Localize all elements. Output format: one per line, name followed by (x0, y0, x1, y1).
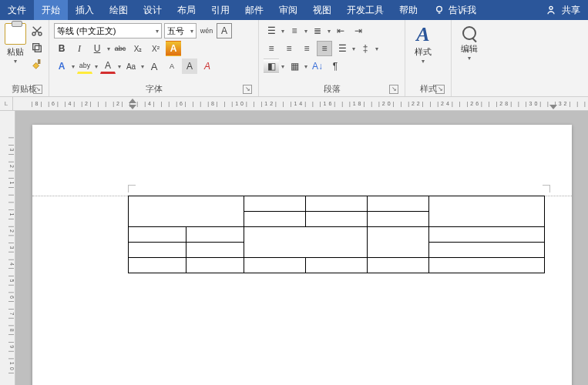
tab-references[interactable]: 引用 (203, 0, 237, 20)
svg-rect-8 (33, 44, 39, 50)
sort-button[interactable]: A↓ (310, 59, 325, 74)
phonetic-guide-button[interactable]: wén (199, 23, 214, 38)
vertical-ruler[interactable]: | |3| |2| |1| | | |1| |2| |3| |4| |5| |6… (0, 111, 15, 385)
group-editing: 编辑 ▾ (452, 20, 495, 96)
hruler-ticks: |8| |6| |4| |2| | | |2| | | |4| | | |6| … (32, 101, 588, 106)
search-icon (462, 26, 476, 40)
font-name-combo[interactable]: 等线 (中文正文)▾ (54, 23, 162, 38)
share-label: 共享 (562, 4, 580, 17)
group-label-font: 字体↘ (54, 82, 254, 95)
text-effects-button[interactable]: A (166, 41, 181, 56)
italic-button[interactable]: I (72, 41, 87, 56)
svg-rect-7 (35, 45, 41, 52)
tab-help[interactable]: 帮助 (391, 0, 425, 20)
paste-button[interactable]: 粘贴 ▾ (5, 23, 26, 82)
format-painter-button[interactable] (29, 57, 45, 72)
document-canvas[interactable] (15, 111, 588, 385)
styles-label: 样式 (415, 46, 432, 58)
tab-draw[interactable]: 绘图 (102, 0, 136, 20)
shading-button[interactable]: ◧ (264, 59, 279, 74)
superscript-button[interactable]: X² (148, 41, 163, 56)
text-effects2-button[interactable]: A (54, 59, 69, 74)
paragraph-launcher[interactable]: ↘ (389, 85, 398, 94)
tab-mail[interactable]: 邮件 (237, 0, 271, 20)
first-line-indent-icon[interactable] (129, 99, 136, 103)
person-icon (545, 4, 557, 16)
svg-rect-9 (38, 59, 40, 63)
styles-button[interactable]: A 样式 ▾ (410, 23, 436, 82)
group-label-editing (456, 82, 490, 95)
horizontal-ruler[interactable]: |8| |6| |4| |2| | | |2| | | |4| | | |6| … (13, 97, 588, 111)
group-font: 等线 (中文正文)▾ 五号▾ wén A B I U ▾ abc X₂ X² A… (49, 20, 259, 96)
svg-point-0 (437, 6, 442, 12)
cut-button[interactable] (29, 23, 45, 38)
line-spacing-button[interactable]: ‡ (358, 41, 373, 56)
tab-review[interactable]: 审阅 (271, 0, 305, 20)
borders-button[interactable]: ▦ (287, 59, 302, 74)
chevron-down-icon: ▾ (422, 58, 425, 65)
subscript-button[interactable]: X₂ (130, 41, 146, 56)
change-case-button[interactable]: Aa (123, 59, 139, 74)
group-label-styles: 样式↘ (410, 82, 446, 95)
char-border-button[interactable]: A (217, 23, 232, 38)
editing-button[interactable]: 编辑 ▾ (456, 23, 482, 82)
clear-format-button[interactable]: A (200, 59, 215, 74)
page[interactable] (32, 125, 572, 385)
table-row[interactable] (128, 227, 544, 243)
align-left-button[interactable]: ≡ (264, 41, 279, 56)
underline-button[interactable]: U (89, 41, 105, 56)
grow-font-button[interactable]: A (146, 59, 162, 74)
strike-button[interactable]: abc (113, 41, 128, 56)
table-row[interactable] (128, 258, 544, 273)
decrease-indent-button[interactable]: ⇤ (333, 23, 348, 38)
margin-corner-tr-icon (543, 185, 550, 192)
document-table[interactable] (128, 196, 545, 273)
show-marks-button[interactable]: ¶ (328, 59, 343, 74)
distribute-button[interactable]: ☰ (334, 41, 350, 56)
copy-icon (31, 42, 43, 54)
tell-me[interactable]: 告诉我 (425, 0, 484, 20)
justify-button[interactable]: ≡ (317, 41, 332, 56)
tab-insert[interactable]: 插入 (68, 0, 102, 20)
ruler-corner[interactable]: L (0, 97, 13, 111)
tab-developer[interactable]: 开发工具 (339, 0, 391, 20)
right-indent-icon[interactable] (549, 105, 557, 109)
hanging-indent-icon[interactable] (129, 105, 136, 109)
highlight-button[interactable]: aby (77, 59, 92, 74)
align-center-button[interactable]: ≡ (281, 41, 297, 56)
styles-launcher[interactable]: ↘ (435, 85, 445, 94)
tab-home[interactable]: 开始 (34, 0, 68, 20)
font-color-button[interactable]: A (100, 59, 116, 74)
table-row[interactable] (128, 196, 544, 212)
increase-indent-button[interactable]: ⇥ (351, 23, 366, 38)
group-label-clipboard: 剪贴板↘ (5, 82, 44, 95)
align-right-button[interactable]: ≡ (299, 41, 314, 56)
numbering-button[interactable]: ≡ (287, 23, 302, 38)
editing-label: 编辑 (461, 43, 478, 55)
font-launcher[interactable]: ↘ (243, 85, 252, 94)
group-paragraph: ☰▾ ≡▾ ≣▾ ⇤ ⇥ ≡ ≡ ≡ ≡ ☰▾ ‡▾ ◧▾ ▦▾ A↓ ¶ 段落… (259, 20, 405, 96)
group-label-paragraph: 段落↘ (264, 82, 400, 95)
font-size-combo[interactable]: 五号▾ (164, 23, 197, 38)
chevron-down-icon: ▾ (468, 55, 471, 62)
clipboard-icon (5, 23, 26, 45)
tab-design[interactable]: 设计 (136, 0, 170, 20)
scissors-icon (31, 25, 43, 37)
tell-me-label: 告诉我 (449, 4, 476, 17)
margin-corner-tl-icon (128, 185, 136, 192)
svg-point-2 (549, 6, 553, 9)
copy-button[interactable] (29, 40, 45, 55)
bold-button[interactable]: B (54, 41, 69, 56)
tab-layout[interactable]: 布局 (170, 0, 203, 20)
char-shading-button[interactable]: A (182, 59, 197, 74)
shrink-font-button[interactable]: A (164, 59, 180, 74)
multilevel-button[interactable]: ≣ (310, 23, 325, 38)
lightbulb-icon (433, 4, 445, 16)
bullets-button[interactable]: ☰ (264, 23, 279, 38)
brush-icon (31, 59, 43, 71)
tab-file[interactable]: 文件 (0, 0, 34, 20)
clipboard-launcher[interactable]: ↘ (33, 85, 42, 94)
tab-view[interactable]: 视图 (305, 0, 339, 20)
underline-dd[interactable]: ▾ (107, 45, 110, 52)
share-button[interactable]: 共享 (537, 0, 588, 20)
